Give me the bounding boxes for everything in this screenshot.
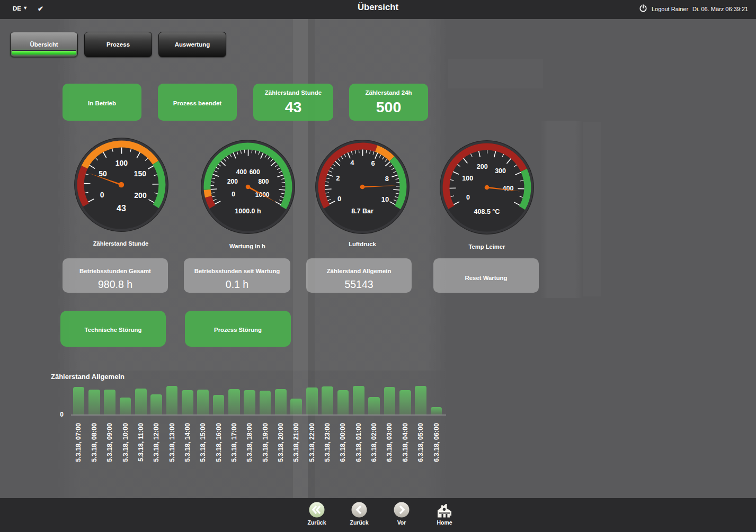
svg-text:408.5 °C: 408.5 °C [474,208,500,215]
svg-text:200: 200 [477,163,488,170]
svg-text:200: 200 [227,178,238,185]
svg-text:0: 0 [466,194,470,201]
svg-text:50: 50 [99,169,107,178]
svg-text:2: 2 [336,174,340,182]
svg-text:100: 100 [462,175,473,182]
svg-text:150: 150 [134,169,147,178]
svg-text:0: 0 [337,195,341,203]
svg-text:1000.0 h: 1000.0 h [235,208,261,215]
svg-text:8.7 Bar: 8.7 Bar [351,208,373,215]
svg-text:6: 6 [371,159,375,167]
svg-text:800: 800 [258,178,269,185]
svg-text:0: 0 [100,191,104,199]
svg-text:200: 200 [134,191,147,200]
svg-text:0: 0 [232,191,235,198]
svg-text:4: 4 [350,159,354,167]
svg-text:600: 600 [250,168,260,176]
svg-text:43: 43 [117,204,126,213]
svg-text:400: 400 [503,185,514,192]
svg-text:100: 100 [115,159,128,167]
svg-text:300: 300 [495,167,506,175]
svg-text:400: 400 [236,168,247,176]
svg-text:8: 8 [385,175,389,183]
svg-text:10: 10 [381,195,389,203]
